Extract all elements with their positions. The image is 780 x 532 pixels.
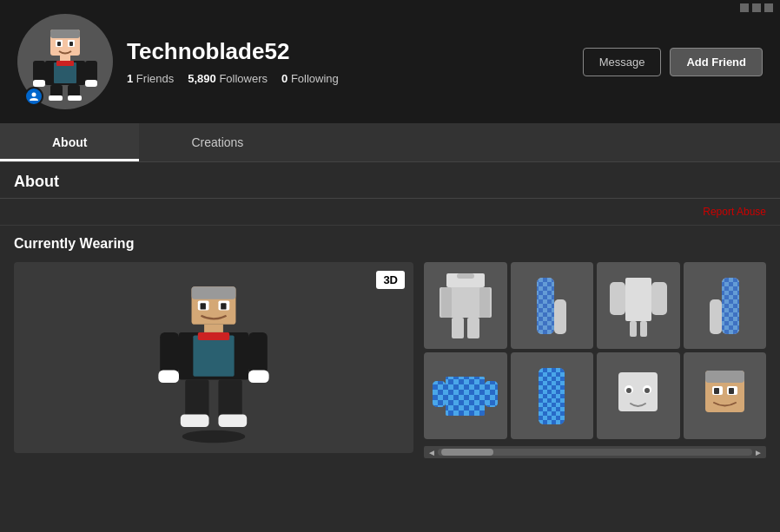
item-sleeve-right-icon (703, 273, 746, 338)
win-control-1[interactable] (740, 3, 749, 12)
report-abuse-link[interactable]: Report Abuse (703, 206, 766, 218)
svg-rect-63 (710, 299, 722, 334)
avatar-badge (24, 87, 43, 106)
svg-rect-33 (248, 371, 269, 384)
svg-rect-41 (479, 287, 490, 318)
svg-rect-28 (193, 336, 234, 377)
svg-rect-86 (705, 371, 744, 383)
message-button[interactable]: Message (583, 48, 662, 76)
add-friend-button[interactable]: Add Friend (670, 48, 763, 76)
followers-label: Followers (219, 72, 268, 85)
following-stat: 0 Following (281, 72, 339, 85)
character-viewer[interactable]: 3D (14, 262, 413, 453)
svg-rect-54 (651, 282, 667, 315)
svg-rect-51 (554, 299, 566, 334)
svg-rect-29 (198, 332, 229, 340)
svg-rect-1 (50, 30, 80, 38)
tab-creations[interactable]: Creations (139, 123, 295, 161)
svg-rect-71 (433, 381, 446, 407)
tabs-bar: About Creations (0, 123, 780, 162)
item-cell-2[interactable] (511, 262, 594, 349)
svg-rect-58 (722, 278, 739, 334)
item-head-icon (610, 364, 666, 429)
svg-rect-55 (630, 321, 637, 337)
svg-rect-6 (60, 56, 70, 61)
svg-rect-25 (221, 303, 226, 309)
profile-actions: Message Add Friend (583, 48, 763, 76)
items-panel: ◄ ► (424, 262, 766, 458)
svg-rect-31 (248, 332, 268, 373)
profile-header: Technoblade52 1 Friends 5,890 Followers … (0, 0, 780, 123)
svg-rect-34 (185, 379, 208, 418)
svg-rect-35 (218, 379, 241, 418)
svg-rect-52 (625, 278, 651, 321)
item-leg-left-icon (530, 364, 573, 429)
followers-stat: 5,890 Followers (188, 72, 268, 85)
username: Technoblade52 (127, 38, 569, 65)
win-control-2[interactable] (752, 3, 761, 12)
badge-icon (29, 91, 39, 102)
svg-rect-14 (50, 85, 63, 97)
friends-stat: 1 Friends (127, 72, 174, 85)
following-label: Following (291, 72, 339, 85)
item-sleeve-left-icon (530, 273, 573, 338)
svg-rect-24 (201, 303, 206, 309)
followers-count: 5,890 (188, 72, 216, 85)
item-cell-7[interactable] (597, 352, 680, 439)
win-control-3[interactable] (764, 3, 773, 12)
currently-wearing-heading: Currently Wearing (14, 236, 766, 252)
svg-rect-26 (204, 325, 223, 332)
svg-rect-73 (485, 381, 498, 407)
item-face-icon (697, 364, 753, 429)
about-heading: About (0, 162, 780, 199)
svg-rect-40 (441, 287, 452, 318)
scrollbar-thumb[interactable] (441, 449, 493, 456)
svg-rect-32 (158, 371, 179, 384)
character-3d-figure (144, 271, 283, 444)
svg-rect-10 (33, 61, 45, 82)
svg-rect-12 (33, 80, 45, 87)
svg-rect-65 (446, 377, 485, 416)
svg-rect-9 (56, 61, 74, 66)
svg-rect-75 (539, 368, 565, 424)
svg-rect-30 (160, 332, 179, 373)
svg-point-19 (182, 430, 246, 443)
item-cell-6[interactable] (511, 352, 594, 439)
svg-rect-15 (68, 85, 80, 97)
svg-rect-56 (640, 321, 647, 337)
friends-label: Friends (136, 72, 174, 85)
scroll-left-button[interactable]: ◄ (426, 446, 438, 458)
svg-rect-46 (537, 278, 554, 334)
svg-point-83 (626, 388, 631, 393)
content-area: About Report Abuse Currently Wearing 3D (0, 162, 780, 469)
scrollbar-container: ◄ ► (424, 446, 766, 458)
tab-about[interactable]: About (0, 123, 139, 161)
item-torso-icon (608, 273, 669, 338)
svg-rect-13 (85, 80, 97, 87)
svg-point-84 (644, 388, 650, 393)
svg-rect-53 (610, 282, 625, 315)
svg-rect-5 (69, 42, 73, 46)
svg-rect-37 (218, 414, 247, 427)
profile-info: Technoblade52 1 Friends 5,890 Followers … (127, 38, 569, 85)
svg-rect-17 (68, 95, 82, 101)
currently-wearing-section: Currently Wearing 3D (0, 226, 780, 469)
3d-label: 3D (376, 271, 405, 289)
report-abuse-bar: Report Abuse (0, 199, 780, 226)
item-body-icon (440, 273, 492, 338)
svg-point-18 (32, 93, 36, 97)
profile-stats: 1 Friends 5,890 Followers 0 Following (127, 72, 569, 85)
svg-rect-16 (49, 95, 63, 101)
svg-rect-36 (181, 414, 209, 427)
item-cell-5[interactable] (424, 352, 507, 439)
scrollbar-track[interactable] (438, 449, 752, 456)
item-cell-8[interactable] (684, 352, 767, 439)
svg-rect-43 (467, 318, 479, 338)
scroll-right-button[interactable]: ► (752, 446, 764, 458)
item-cell-1[interactable] (424, 262, 507, 349)
items-grid (424, 262, 766, 439)
item-cell-4[interactable] (684, 262, 767, 349)
svg-rect-90 (729, 388, 734, 394)
item-cell-3[interactable] (597, 262, 680, 349)
svg-rect-4 (57, 42, 61, 46)
